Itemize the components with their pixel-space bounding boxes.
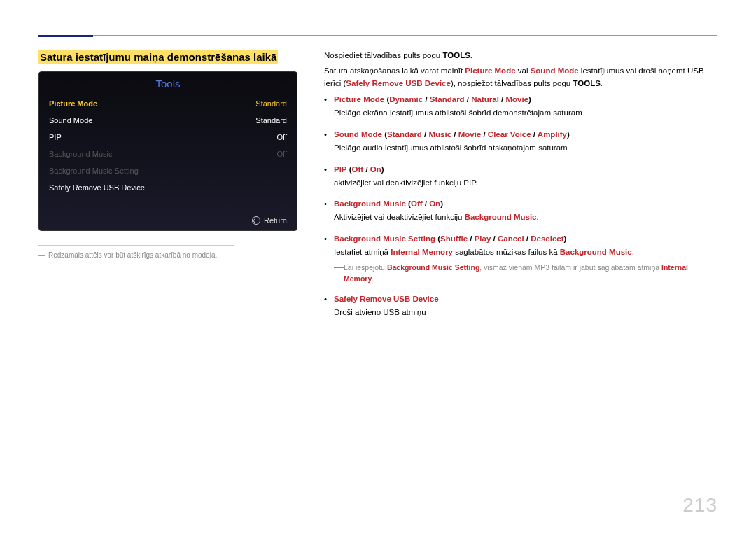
bullet-bgm-setting: Background Music Setting (Shuffle / Play… <box>324 233 718 284</box>
menu-item-picture-mode[interactable]: Picture Mode Standard <box>39 95 297 112</box>
tools-title: Tools <box>39 72 297 95</box>
menu-item-sound-mode[interactable]: Sound Mode Standard <box>39 112 297 129</box>
menu-item-bgm: Background Music Off <box>39 146 297 162</box>
menu-item-label: Sound Mode <box>49 116 92 125</box>
menu-item-safely-remove[interactable]: Safely Remove USB Device <box>39 179 297 196</box>
note-divider <box>38 245 234 246</box>
bullet-bgm: Background Music (Off / On) Aktivizējiet… <box>324 198 718 224</box>
menu-item-label: Background Music <box>49 150 113 158</box>
tools-footer-return[interactable]: Return <box>39 209 297 230</box>
return-label: Return <box>264 216 287 225</box>
menu-item-bgm-setting: Background Music Setting <box>39 162 297 179</box>
intro-line-2: Satura atskaņošanas laikā varat mainīt P… <box>324 65 718 90</box>
footnote-bgm-setting: ― Lai iespējotu Background Music Setting… <box>334 262 718 285</box>
menu-item-value: Standard <box>255 99 287 108</box>
section-heading: Satura iestatījumu maiņa demonstrēšanas … <box>38 50 278 64</box>
menu-item-value: Off <box>277 150 287 158</box>
bullet-pip: PIP (Off / On) aktivizējiet vai deaktivi… <box>324 164 718 190</box>
tools-panel: Tools Picture Mode Standard Sound Mode S… <box>38 71 298 231</box>
menu-item-value: Standard <box>255 116 287 125</box>
menu-item-value: Off <box>277 133 287 141</box>
bullet-safely-remove: Safely Remove USB Device Droši atvieno U… <box>324 293 718 319</box>
menu-item-label: PIP <box>49 133 62 141</box>
intro-line-1: Nospiediet tālvadības pults pogu TOOLS. <box>324 50 718 62</box>
menu-item-label: Background Music Setting <box>49 167 139 175</box>
bullet-sound-mode: Sound Mode (Standard / Music / Movie / C… <box>324 129 718 155</box>
page-number: 213 <box>682 494 718 517</box>
menu-item-label: Picture Mode <box>49 99 97 108</box>
bullet-picture-mode: Picture Mode (Dynamic / Standard / Natur… <box>324 94 718 120</box>
return-icon <box>252 216 260 225</box>
image-disclaimer: ―Redzamais attēls var būt atšķirīgs atka… <box>38 251 304 259</box>
menu-item-pip[interactable]: PIP Off <box>39 129 297 146</box>
menu-item-label: Safely Remove USB Device <box>49 183 145 192</box>
header-rule <box>38 35 718 36</box>
